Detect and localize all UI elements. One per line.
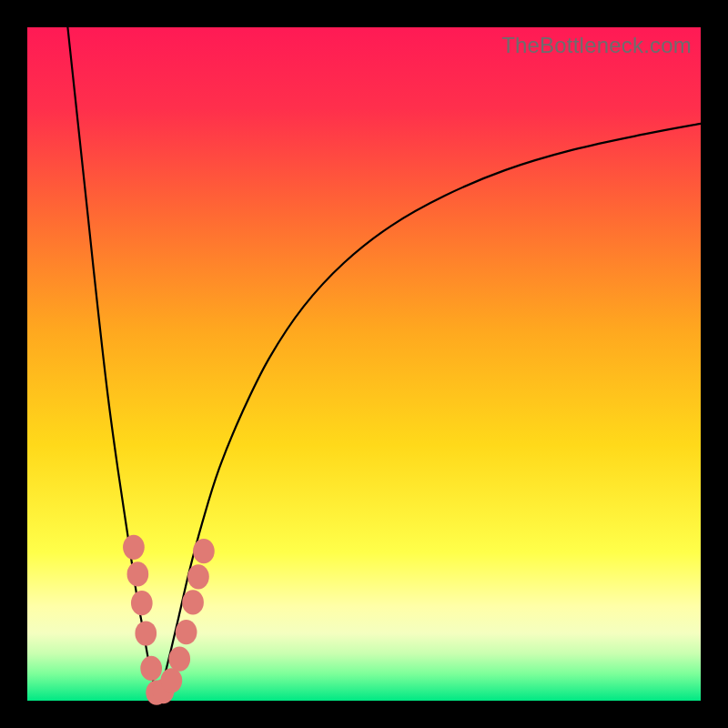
marker-dot	[123, 535, 145, 560]
right-branch-curve	[158, 124, 701, 697]
marker-cluster	[123, 535, 215, 705]
marker-dot	[131, 591, 153, 615]
marker-dot	[140, 656, 162, 681]
marker-dot	[176, 620, 197, 644]
plot-area: TheBottleneck.com	[27, 27, 701, 701]
marker-dot	[187, 564, 209, 589]
marker-dot	[135, 621, 157, 645]
chart-frame: TheBottleneck.com	[0, 0, 728, 728]
marker-dot	[182, 590, 204, 614]
marker-dot	[193, 539, 215, 563]
curve-layer	[27, 27, 701, 701]
marker-dot	[127, 561, 149, 586]
marker-dot	[168, 647, 190, 672]
marker-dot	[161, 668, 183, 693]
